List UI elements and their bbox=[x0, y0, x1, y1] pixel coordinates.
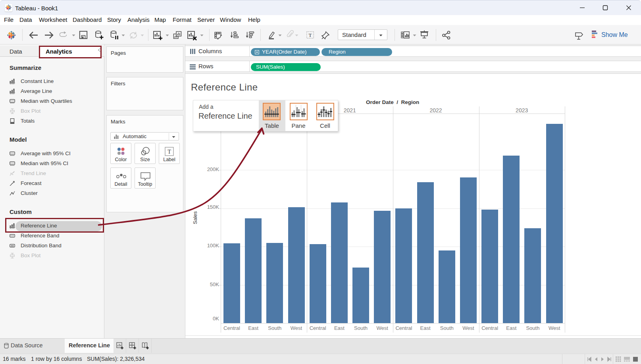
svg-text:T: T bbox=[167, 148, 171, 155]
svg-text:T: T bbox=[309, 32, 312, 38]
